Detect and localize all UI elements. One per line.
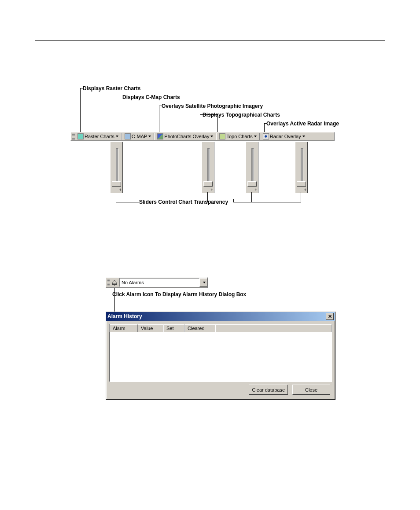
- alarm-history-dialog: Alarm History ✕ Alarm Value Set Cleared …: [106, 312, 335, 400]
- col-set[interactable]: Set: [163, 324, 184, 332]
- leader: [217, 114, 218, 132]
- leader: [80, 88, 83, 88]
- toolbar-grip[interactable]: [107, 279, 110, 286]
- leader: [251, 192, 252, 202]
- callout-alarm-icon: Click Alarm Icon To Display Alarm Histor…: [112, 291, 343, 297]
- slider-thumb[interactable]: [297, 181, 306, 187]
- callout-photo: Overlays Satellite Photographic Imagery: [162, 103, 263, 109]
- photocharts-button[interactable]: PhotoCharts Overlay: [156, 132, 214, 140]
- header-rule: [35, 40, 385, 41]
- slider-track: [116, 148, 118, 187]
- photo-transparency-slider[interactable]: - +: [202, 142, 214, 193]
- callout-raster: Displays Raster Charts: [83, 85, 140, 92]
- callout-topo: Displays Topographical Charts: [203, 112, 280, 118]
- leader: [264, 123, 265, 132]
- leader: [120, 97, 122, 97]
- dialog-titlebar[interactable]: Alarm History ✕: [106, 312, 335, 321]
- dialog-body: Alarm Value Set Cleared Clear database C…: [106, 321, 335, 400]
- alarm-history-list[interactable]: Alarm Value Set Cleared: [109, 324, 332, 382]
- dropdown-arrow-icon: [254, 136, 257, 137]
- radar-label: Radar Overlay: [270, 134, 301, 139]
- leader: [301, 192, 301, 202]
- plus-icon: +: [304, 188, 306, 192]
- topo-transparency-slider[interactable]: - +: [246, 142, 258, 193]
- cmap-icon: [125, 133, 131, 139]
- clear-database-button[interactable]: Clear database: [249, 385, 288, 395]
- dropdown-arrow-icon: [116, 136, 118, 137]
- toolbar-separator: [154, 133, 155, 140]
- toolbar-separator: [121, 133, 122, 140]
- close-icon[interactable]: ✕: [326, 313, 334, 320]
- alarms-toolbar: No Alarms: [106, 277, 208, 288]
- slider-track: [207, 148, 210, 187]
- alarm-figure: No Alarms Click Alarm Icon To Display Al…: [106, 277, 343, 400]
- topo-charts-button[interactable]: Topo Charts: [218, 132, 258, 140]
- alarm-status-text: No Alarms: [122, 280, 144, 285]
- cmap-label: C-MAP: [132, 134, 147, 139]
- leader: [120, 97, 120, 132]
- dropdown-arrow-icon: [210, 136, 213, 137]
- svg-point-1: [114, 285, 115, 286]
- dialog-title: Alarm History: [107, 313, 142, 319]
- col-filler: [215, 324, 332, 332]
- cmap-button[interactable]: C-MAP: [123, 132, 152, 140]
- slider-thumb[interactable]: [112, 181, 121, 187]
- toolbar-separator: [259, 133, 260, 140]
- minus-icon: -: [305, 143, 306, 147]
- close-button[interactable]: Close: [292, 385, 330, 395]
- col-value[interactable]: Value: [138, 324, 163, 332]
- leader: [233, 199, 234, 202]
- radar-overlay-button[interactable]: Radar Overlay: [262, 132, 306, 140]
- minus-icon: -: [212, 143, 213, 147]
- minus-icon: -: [256, 143, 257, 147]
- callout-sliders: Sliders Control Chart Transparency: [139, 199, 228, 205]
- chart-type-toolbar: Raster Charts C-MAP PhotoCharts Overlay …: [70, 132, 335, 141]
- leader: [116, 202, 139, 202]
- dropdown-arrow-icon: [203, 282, 206, 283]
- alarm-dropdown-button[interactable]: [199, 278, 207, 287]
- dropdown-arrow-icon: [148, 136, 151, 137]
- list-header: Alarm Value Set Cleared: [110, 324, 332, 332]
- raster-charts-label: Raster Charts: [85, 134, 114, 139]
- raster-transparency-slider[interactable]: - +: [110, 142, 123, 193]
- topo-icon: [219, 133, 225, 139]
- leader: [116, 192, 116, 202]
- leader: [80, 88, 81, 132]
- callout-cmap: Displays C-Map Charts: [122, 94, 180, 100]
- leader: [233, 202, 301, 202]
- raster-charts-icon: [77, 133, 84, 139]
- col-alarm[interactable]: Alarm: [110, 324, 138, 332]
- topo-label: Topo Charts: [226, 134, 252, 139]
- radar-icon: [263, 133, 269, 139]
- slider-track: [301, 148, 303, 187]
- plus-icon: +: [254, 188, 257, 192]
- dialog-button-row: Clear database Close: [109, 382, 332, 396]
- leader: [159, 106, 159, 132]
- alarm-status-field: No Alarms: [119, 278, 199, 287]
- leader: [200, 114, 217, 115]
- slider-thumb[interactable]: [247, 181, 257, 187]
- col-cleared[interactable]: Cleared: [184, 324, 215, 332]
- slider-thumb[interactable]: [203, 181, 213, 187]
- alarm-history-icon[interactable]: [111, 279, 118, 286]
- plus-icon: +: [210, 188, 213, 192]
- leader: [264, 123, 267, 124]
- radar-transparency-slider[interactable]: - +: [295, 142, 308, 193]
- leader: [159, 106, 162, 106]
- dropdown-arrow-icon: [302, 136, 305, 137]
- toolbar-separator: [216, 133, 217, 140]
- slider-track: [251, 148, 254, 187]
- minus-icon: -: [120, 143, 122, 147]
- callout-radar: Overlays Active Radar Image: [266, 121, 339, 127]
- plus-icon: +: [119, 188, 122, 192]
- toolbar-grip[interactable]: [72, 133, 75, 140]
- raster-charts-button[interactable]: Raster Charts: [76, 132, 120, 140]
- photocharts-icon: [157, 133, 163, 139]
- chart-toolbar-figure: Displays Raster Charts Displays C-Map Ch…: [70, 84, 335, 216]
- leader: [114, 301, 343, 312]
- photocharts-label: PhotoCharts Overlay: [164, 134, 209, 139]
- svg-rect-0: [112, 284, 117, 285]
